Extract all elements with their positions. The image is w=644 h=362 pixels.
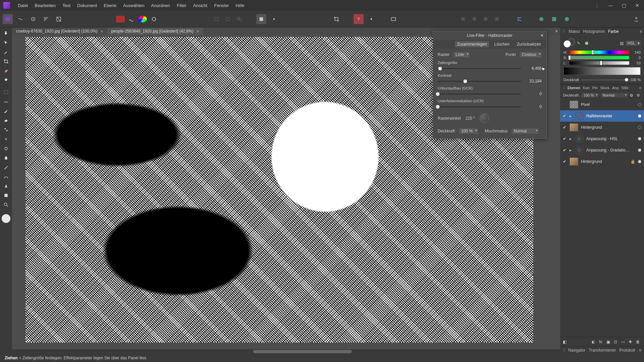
persona-tonemap-icon[interactable] bbox=[41, 14, 51, 24]
arrange-1-icon[interactable] bbox=[458, 14, 468, 24]
menu-ansicht[interactable]: Ansicht bbox=[190, 2, 211, 9]
selection-b-icon[interactable] bbox=[223, 14, 233, 24]
autocontrast-icon[interactable] bbox=[138, 14, 148, 24]
ucr-slider[interactable] bbox=[438, 106, 521, 107]
cell-value[interactable]: 6,466 bbox=[524, 66, 542, 71]
text-tool-icon[interactable] bbox=[2, 182, 10, 190]
expand-icon[interactable]: ▸ bbox=[570, 136, 572, 141]
color-opacity-value[interactable]: 100 % bbox=[630, 78, 641, 82]
sat-value[interactable]: 0 bbox=[631, 56, 641, 60]
contrast-slider[interactable] bbox=[438, 81, 521, 82]
layer-status-icon[interactable] bbox=[638, 137, 641, 140]
eyedropper-icon[interactable]: ✎ bbox=[577, 41, 583, 46]
color-mode-dropdown[interactable]: HSL bbox=[626, 41, 641, 46]
autolevels-icon[interactable] bbox=[126, 14, 136, 24]
lgt-value[interactable]: 53 bbox=[631, 61, 641, 65]
addlayer-icon[interactable]: ✚ bbox=[629, 340, 634, 344]
window-minimize-icon[interactable]: — bbox=[604, 2, 617, 8]
assistant-dd-icon[interactable]: ▾ bbox=[366, 14, 376, 24]
menu-filter[interactable]: Filter bbox=[174, 2, 190, 9]
layer-opacity-dropdown[interactable]: 100 % bbox=[582, 93, 599, 98]
align-icon[interactable] bbox=[514, 14, 524, 24]
selection-a-icon[interactable] bbox=[211, 14, 221, 24]
fx-icon[interactable]: fx bbox=[599, 340, 604, 344]
panel-menu-icon[interactable]: ≡ bbox=[639, 348, 641, 353]
panel-close-icon[interactable]: ✕ bbox=[555, 29, 558, 34]
preview-mode-icon[interactable] bbox=[388, 14, 398, 24]
raster-dropdown[interactable]: Linie bbox=[453, 52, 469, 57]
visibility-icon[interactable]: ✔ bbox=[563, 114, 567, 118]
gradient-strip[interactable] bbox=[564, 67, 641, 75]
tab-farbe[interactable]: Farbe bbox=[608, 29, 619, 34]
layer-status-icon[interactable] bbox=[638, 160, 641, 163]
gcr-slider[interactable] bbox=[438, 94, 521, 95]
layer-row[interactable]: ✔ ▸ Anpassung - Gradatio… bbox=[560, 144, 644, 156]
mask2-icon[interactable]: ▣ bbox=[606, 340, 612, 344]
tab-makro[interactable]: Makro bbox=[569, 29, 580, 34]
delete-button[interactable]: Löschen bbox=[492, 41, 512, 47]
tab-protokoll[interactable]: Protokoll bbox=[619, 348, 635, 353]
arrange-2-icon[interactable] bbox=[469, 14, 479, 24]
autowb-icon[interactable] bbox=[149, 14, 159, 24]
reset-button[interactable]: Zurücksetzen bbox=[515, 41, 543, 47]
layer-row[interactable]: Pixel bbox=[560, 99, 644, 110]
color-list-icon[interactable]: ▤ bbox=[620, 41, 624, 46]
tab-kan[interactable]: Kan bbox=[583, 86, 590, 90]
flood-tool-icon[interactable] bbox=[2, 76, 10, 84]
tint-dot-icon[interactable] bbox=[585, 42, 588, 45]
autocolor-swatch-icon[interactable] bbox=[116, 16, 125, 22]
window-close-icon[interactable]: ✕ bbox=[631, 2, 644, 8]
layer-row[interactable]: ✔ Hintergrund 🔒 bbox=[560, 156, 644, 167]
menu-dokument[interactable]: Dokument bbox=[74, 2, 100, 9]
tab-pin[interactable]: Pin bbox=[592, 86, 598, 90]
arrange-4-icon[interactable] bbox=[492, 14, 502, 24]
lf-blend-dropdown[interactable]: Normal bbox=[512, 128, 539, 134]
persona-develop-icon[interactable] bbox=[28, 14, 38, 24]
account-icon[interactable] bbox=[631, 14, 641, 24]
adj-icon[interactable]: ◐ bbox=[592, 340, 597, 344]
heal-tool-icon[interactable] bbox=[2, 135, 10, 143]
arrange-3-icon[interactable] bbox=[481, 14, 491, 24]
quickmask-dd-icon[interactable]: ▾ bbox=[269, 14, 279, 24]
tab-anp[interactable]: Anp bbox=[612, 86, 619, 90]
visibility-icon[interactable]: ✔ bbox=[563, 159, 567, 164]
lgt-slider[interactable] bbox=[570, 61, 629, 65]
quickmask-icon[interactable] bbox=[256, 14, 266, 24]
hue-value[interactable]: 140 bbox=[631, 50, 641, 54]
tab-ebenen[interactable]: Ebenen bbox=[568, 86, 580, 90]
cell-slider[interactable] bbox=[438, 68, 521, 69]
shape-tool-icon[interactable] bbox=[2, 192, 10, 199]
menu-bearbeiten[interactable]: Bearbeiten bbox=[32, 2, 59, 9]
point-dropdown[interactable]: Cosinus bbox=[520, 52, 542, 57]
marquee-tool-icon[interactable] bbox=[2, 88, 10, 96]
panel-menu-icon[interactable]: ≡ bbox=[640, 29, 642, 34]
group-icon[interactable]: ▭ bbox=[621, 340, 627, 344]
angle-dial[interactable] bbox=[480, 114, 489, 123]
layer-status-icon[interactable] bbox=[638, 114, 641, 118]
tab-histogramm[interactable]: Histogramm bbox=[583, 29, 605, 34]
merge-button[interactable]: Zusammenlegen bbox=[455, 41, 489, 47]
stock-2-icon[interactable] bbox=[549, 14, 559, 24]
panel-menu-icon[interactable]: ≡ bbox=[639, 86, 641, 90]
hue-slider[interactable] bbox=[570, 51, 629, 54]
tab-navigator[interactable]: Navigator bbox=[568, 348, 585, 353]
ucr-value[interactable]: 0 bbox=[524, 104, 542, 109]
fgbg-swatch[interactable] bbox=[564, 38, 575, 48]
blur-tool-icon[interactable] bbox=[2, 154, 10, 162]
hand-tool-icon[interactable] bbox=[2, 29, 10, 37]
angle-value[interactable]: 225 ° bbox=[466, 116, 475, 121]
sat-slider[interactable] bbox=[570, 56, 629, 59]
persona-liquify-icon[interactable] bbox=[15, 14, 25, 24]
colorpick-tool-icon[interactable] bbox=[2, 48, 10, 56]
document-tab-1[interactable]: people-2583848_1920.jpg [Geändert] (42,8… bbox=[107, 27, 203, 35]
stock-3-icon[interactable] bbox=[562, 14, 572, 24]
expand-icon[interactable]: ▸ bbox=[570, 148, 572, 153]
tab-transformieren[interactable]: Transformieren bbox=[589, 348, 616, 353]
contrast-value[interactable]: 33,184 bbox=[524, 79, 542, 83]
menu-hilfe[interactable]: Hilfe bbox=[233, 2, 248, 9]
document-tab-0[interactable]: cowboy-67630_1920.jpg [Geändert] (100,0%… bbox=[12, 27, 107, 35]
visibility-icon[interactable]: ✔ bbox=[563, 125, 567, 130]
lock-icon[interactable]: 🔒 bbox=[631, 160, 635, 164]
close-tab-icon[interactable]: ✕ bbox=[196, 27, 199, 35]
horizontal-scrollbar[interactable] bbox=[12, 349, 560, 354]
